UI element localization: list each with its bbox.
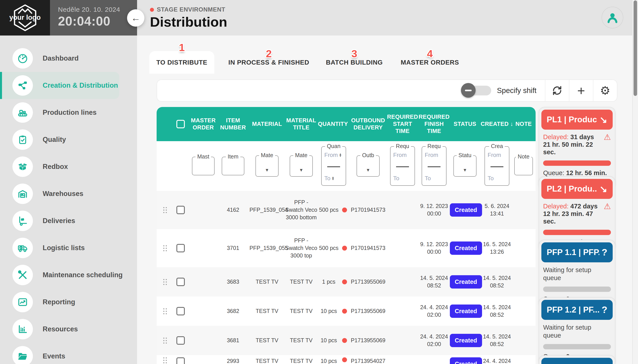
- user-profile-button[interactable]: [601, 7, 623, 28]
- plus-icon: +: [577, 83, 585, 98]
- filter-item-number-input[interactable]: Item: [222, 157, 244, 175]
- sidebar-item-events[interactable]: Events: [0, 343, 137, 364]
- filter-outbound-select[interactable]: Outb▼: [357, 155, 380, 177]
- card-status-text: Waiting for setup queue: [543, 324, 596, 340]
- sidebar-item-warehouses[interactable]: Warehouses: [0, 180, 137, 207]
- progress-bar: [543, 160, 611, 166]
- scrollbar-thumb[interactable]: [633, 0, 637, 96]
- drag-handle-icon[interactable]: [163, 338, 167, 344]
- sidebar-item-resources[interactable]: Resources: [0, 316, 137, 343]
- sidebar-item-dashboard[interactable]: Dashboard: [0, 45, 137, 72]
- drag-handle-icon[interactable]: [163, 357, 167, 363]
- sidebar-item-reporting[interactable]: Reporting: [0, 288, 137, 316]
- filter-material-select[interactable]: Mate▼: [255, 155, 278, 177]
- production-line-card-header[interactable]: PFP 1.3 | PF... ?: [541, 358, 613, 364]
- drag-handle-icon[interactable]: [163, 279, 167, 285]
- col-master-order[interactable]: MASTER ORDER: [190, 117, 217, 131]
- col-material-title[interactable]: MATERIAL TITLE: [284, 117, 318, 131]
- progress-bar: [543, 286, 611, 292]
- orders-table: MASTER ORDER ITEM NUMBER MATERIAL MATERI…: [157, 107, 536, 364]
- row-checkbox[interactable]: [176, 336, 185, 345]
- col-item-number[interactable]: ITEM NUMBER: [217, 117, 249, 131]
- sidebar-item-redbox[interactable]: Redbox: [0, 153, 137, 180]
- datetime-panel: Neděle 20. 10. 2024 20:04:00: [50, 0, 137, 36]
- select-all-checkbox[interactable]: [176, 120, 185, 128]
- arrow-down-right-icon[interactable]: ↘: [599, 114, 607, 125]
- sidebar-item-logistic-lists[interactable]: Logistic lists: [0, 234, 137, 262]
- sidebar-item-production-lines[interactable]: Production lines: [0, 99, 137, 126]
- refresh-button[interactable]: [545, 80, 569, 101]
- scrollbar-track[interactable]: [632, 0, 638, 364]
- production-line-card-header[interactable]: PFP 1.1 | PFP... ?: [541, 242, 613, 262]
- question-icon[interactable]: ?: [601, 247, 607, 258]
- production-line-card-header[interactable]: PL2 | Produ... ↘: [541, 179, 613, 199]
- row-checkbox[interactable]: [176, 244, 185, 252]
- row-checkbox[interactable]: [176, 206, 185, 214]
- table-row[interactable]: 3701 PFP_1539_055 PFP - Swatch Veco 3000…: [157, 229, 536, 267]
- arrow-down-right-icon[interactable]: ↘: [599, 184, 607, 194]
- question-icon[interactable]: ?: [601, 362, 607, 364]
- priority-dot-icon: [342, 208, 347, 212]
- environment-label: STAGE ENVIRONMENT: [157, 6, 225, 13]
- specify-shift-toggle[interactable]: [463, 86, 491, 96]
- col-required-finish-time[interactable]: REQUIRED FINISH TIME: [418, 114, 450, 134]
- col-outbound-delivery[interactable]: OUTBOUND DELIVERY: [350, 117, 387, 131]
- filter-material-title-select[interactable]: Mate▼: [290, 155, 313, 177]
- sidebar-item-deliveries[interactable]: Deliveries: [0, 207, 137, 234]
- filter-quantity-range[interactable]: Quan From▲▼ To▲▼: [321, 146, 346, 186]
- settings-button[interactable]: ⚙: [593, 80, 617, 101]
- filter-required-start-range[interactable]: Requ From To: [390, 146, 415, 186]
- table-row[interactable]: 2993 TEST TV TEST TV 10 pcs P1713954027 …: [157, 355, 536, 364]
- tab-in-process-finished[interactable]: 2 IN PROCESS & FINISHED: [223, 51, 314, 74]
- filter-note-input[interactable]: Note: [514, 157, 533, 175]
- filter-master-order-input[interactable]: Mast: [192, 157, 215, 175]
- sidebar-item-maintenance-scheduling[interactable]: Maintenance scheduling: [0, 262, 137, 288]
- table-row[interactable]: 3682 TEST TV TEST TV 10 pcs P1713955069 …: [157, 296, 536, 326]
- col-quantity[interactable]: QUANTITY: [318, 120, 340, 128]
- line-chart-icon: [13, 292, 33, 312]
- sidebar-item-quality[interactable]: Quality: [0, 126, 137, 153]
- production-line-card-header[interactable]: PFP 1.2 | PF... ?: [541, 300, 613, 320]
- warehouse-icon: [13, 184, 33, 204]
- table-row[interactable]: 4162 PFP_1539_054 PFP - Swatch Veco 3000…: [157, 191, 536, 229]
- question-icon[interactable]: ?: [601, 304, 607, 315]
- table-row[interactable]: 3683 TEST TV TEST TV 1 pcs P1713955069 1…: [157, 267, 536, 296]
- back-button[interactable]: ←: [127, 9, 144, 27]
- progress-bar: [543, 230, 611, 235]
- tab-master-orders[interactable]: 4 MASTER ORDERS: [393, 51, 467, 74]
- annotation-badge-3: 3: [352, 48, 357, 60]
- table-row[interactable]: 3681 TEST TV TEST TV 10 pcs P1713955069 …: [157, 326, 536, 355]
- filter-created-range[interactable]: Crea From To: [484, 146, 509, 186]
- sidebar-nav: Dashboard Creation & Distribution Produc…: [0, 36, 137, 364]
- bar-chart-icon: [13, 319, 33, 339]
- tab-to-distribute[interactable]: 1 TO DISTRIBUTE: [149, 51, 214, 74]
- toggle-knob[interactable]: [461, 83, 476, 98]
- back-arrow-icon: ←: [131, 13, 140, 23]
- sidebar-item-creation-distribution[interactable]: Creation & Distribution: [0, 72, 119, 99]
- environment-dot-icon: [150, 8, 154, 12]
- col-note[interactable]: NOTE: [514, 120, 533, 128]
- col-required-start-time[interactable]: REQUIRED START TIME: [387, 114, 418, 134]
- priority-dot-icon: [342, 246, 347, 250]
- number-stepper-icon[interactable]: ▲▼: [339, 153, 342, 157]
- col-status[interactable]: STATUS: [450, 120, 480, 128]
- drag-handle-icon[interactable]: [163, 207, 167, 213]
- row-checkbox[interactable]: [176, 278, 185, 286]
- delayed-label: Delayed:: [543, 203, 568, 210]
- drag-handle-icon[interactable]: [163, 245, 167, 251]
- progress-bar: [543, 344, 611, 349]
- hand-truck-icon: [13, 211, 33, 231]
- drag-handle-icon[interactable]: [163, 308, 167, 314]
- col-created[interactable]: CREATED ↓: [480, 120, 514, 128]
- production-line-card-header[interactable]: PL1 | Produc... ↘: [541, 110, 613, 130]
- add-button[interactable]: +: [569, 80, 593, 101]
- filter-status-select[interactable]: Statu▼: [453, 155, 477, 177]
- chevron-down-icon: ▼: [265, 168, 269, 173]
- topbar: your logo Neděle 20. 10. 2024 20:04:00 S…: [0, 0, 638, 36]
- col-material[interactable]: MATERIAL: [249, 120, 284, 128]
- row-checkbox[interactable]: [176, 357, 185, 364]
- tab-batch-building[interactable]: 3 BATCH BUILDING: [320, 51, 389, 74]
- row-checkbox[interactable]: [176, 307, 185, 316]
- filter-required-finish-range[interactable]: Requ From To: [422, 146, 447, 186]
- number-stepper-icon[interactable]: ▲▼: [332, 176, 334, 180]
